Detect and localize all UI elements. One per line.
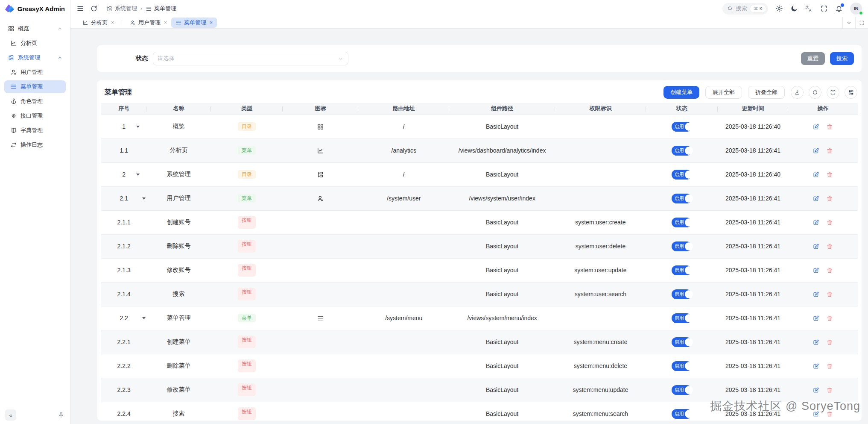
delete-icon[interactable] [826,243,833,250]
tab-菜单管理[interactable]: 菜单管理× [171,18,217,28]
search-button[interactable]: 搜索 [830,52,854,65]
status-toggle[interactable]: 启用 [672,194,692,203]
sidebar-item-操作日志[interactable]: 操作日志 [4,138,66,151]
status-toggle[interactable]: 启用 [672,265,692,275]
sidebar-item-字典管理[interactable]: 字典管理 [4,124,66,137]
sidebar-item-接口管理[interactable]: 接口管理 [4,109,66,122]
edit-icon[interactable] [812,363,819,370]
pin-icon[interactable] [57,411,65,419]
search-input[interactable]: 搜索 ⌘ K [722,3,768,15]
delete-icon[interactable] [826,387,833,394]
edit-icon[interactable] [812,411,819,418]
toggle-knob [685,410,693,418]
cell-status: 启用 [646,402,718,421]
sidebar-collapse-button[interactable]: « [5,409,16,421]
toggle-knob [685,290,693,298]
cell-component: BasicLayout [449,115,555,138]
gear-icon[interactable] [775,5,783,12]
cell-icon [283,354,358,378]
delete-icon[interactable] [826,267,833,274]
sidebar-group-系统管理[interactable]: 系统管理 [4,51,66,64]
moon-icon[interactable] [790,5,798,12]
edit-icon[interactable] [812,171,819,178]
cell-name: 搜索 [146,402,211,421]
grid-icon [317,123,324,130]
edit-icon[interactable] [812,147,819,154]
edit-icon[interactable] [812,219,819,226]
tab-close-icon[interactable]: × [210,20,213,26]
avatar[interactable]: IN [850,3,862,15]
refresh-icon[interactable] [90,5,98,12]
user-icon [317,195,324,202]
delete-icon[interactable] [826,195,833,202]
status-toggle[interactable]: 启用 [672,385,692,395]
menu-icon [10,83,17,90]
bell-icon[interactable] [835,5,843,12]
cell-icon [283,210,358,234]
table-fullscreen-button[interactable] [827,86,839,99]
edit-icon[interactable] [812,339,819,346]
delete-icon[interactable] [826,315,833,322]
sidebar-item-分析页[interactable]: 分析页 [4,37,66,50]
sidebar-item-菜单管理[interactable]: 菜单管理 [4,80,66,93]
create-menu-button[interactable]: 创建菜单 [663,86,699,99]
sidebar-item-角色管理[interactable]: 角色管理 [4,95,66,108]
tabs-dropdown-button[interactable] [842,17,855,28]
status-toggle[interactable]: 启用 [672,122,692,132]
table-refresh-button[interactable] [809,86,821,99]
status-toggle[interactable]: 启用 [672,170,692,180]
status-toggle[interactable]: 启用 [672,289,692,299]
status-toggle[interactable]: 启用 [672,361,692,371]
sidebar-item-用户管理[interactable]: 用户管理 [4,66,66,79]
row-expander-icon[interactable] [142,197,146,200]
edit-icon[interactable] [812,387,819,394]
column-settings-button[interactable] [845,86,857,99]
status-toggle[interactable]: 启用 [672,146,692,156]
delete-icon[interactable] [826,124,833,130]
edit-icon[interactable] [812,291,819,298]
delete-icon[interactable] [826,171,833,178]
tab-分析页[interactable]: 分析页× [78,18,118,28]
delete-icon[interactable] [826,147,833,154]
fullscreen-icon[interactable] [820,5,828,12]
edit-icon[interactable] [812,315,819,322]
refresh-icon [812,89,818,95]
row-expander-icon[interactable] [142,317,146,319]
status-toggle[interactable]: 启用 [672,337,692,347]
delete-icon[interactable] [826,291,833,298]
cell-component: BasicLayout [449,402,555,421]
status-toggle[interactable]: 启用 [672,409,692,419]
translate-icon[interactable]: 文A [805,5,813,12]
edit-icon[interactable] [812,267,819,274]
breadcrumb-item[interactable]: 系统管理 [106,5,137,12]
download-button[interactable] [791,86,804,99]
delete-icon[interactable] [826,411,833,418]
sidebar-group-概览[interactable]: 概览 [4,22,66,35]
edit-icon[interactable] [812,195,819,202]
cell-route: /analytics [358,138,449,162]
status-toggle[interactable]: 启用 [672,241,692,251]
row-expander-icon[interactable] [136,126,140,128]
status-toggle[interactable]: 启用 [672,218,692,227]
reset-button[interactable]: 重置 [801,52,825,65]
delete-icon[interactable] [826,363,833,370]
status-toggle[interactable]: 启用 [672,313,692,323]
row-expander-icon[interactable] [136,174,140,176]
breadcrumb-label: 菜单管理 [154,5,176,12]
edit-icon[interactable] [812,243,819,250]
delete-icon[interactable] [826,339,833,346]
breadcrumb-item[interactable]: 菜单管理 [146,5,176,12]
expand-all-button[interactable]: 展开全部 [705,86,742,99]
chart-icon [82,20,88,26]
status-select[interactable]: 请选择 [153,52,348,65]
hamburger-icon[interactable] [76,5,84,12]
tab-close-icon[interactable]: × [111,20,114,26]
tab-用户管理[interactable]: 用户管理× [126,18,171,28]
type-badge: 目录 [238,122,256,131]
delete-icon[interactable] [826,219,833,226]
content-fullscreen-button[interactable] [855,17,868,28]
edit-icon[interactable] [812,124,819,130]
tab-close-icon[interactable]: × [164,20,167,26]
collapse-all-button[interactable]: 折叠全部 [748,86,785,99]
grid-icon [8,25,15,32]
